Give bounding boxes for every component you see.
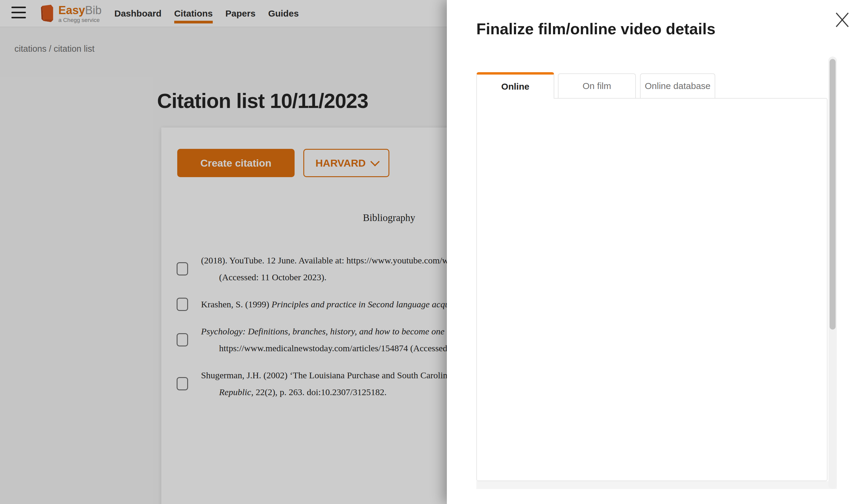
close-icon[interactable]	[835, 11, 850, 28]
tab-on-film[interactable]: On film	[558, 73, 636, 98]
tab-online-database[interactable]: Online database	[640, 73, 715, 98]
panel-bottom-strip	[476, 481, 837, 489]
tab-content-panel	[476, 98, 827, 481]
tab-online[interactable]: Online	[476, 72, 554, 99]
scrollbar-thumb[interactable]	[829, 59, 836, 329]
finalize-details-modal: Finalize film/online video details Onlin…	[447, 0, 863, 504]
modal-scrollbar[interactable]	[828, 56, 837, 489]
modal-title: Finalize film/online video details	[476, 20, 715, 38]
